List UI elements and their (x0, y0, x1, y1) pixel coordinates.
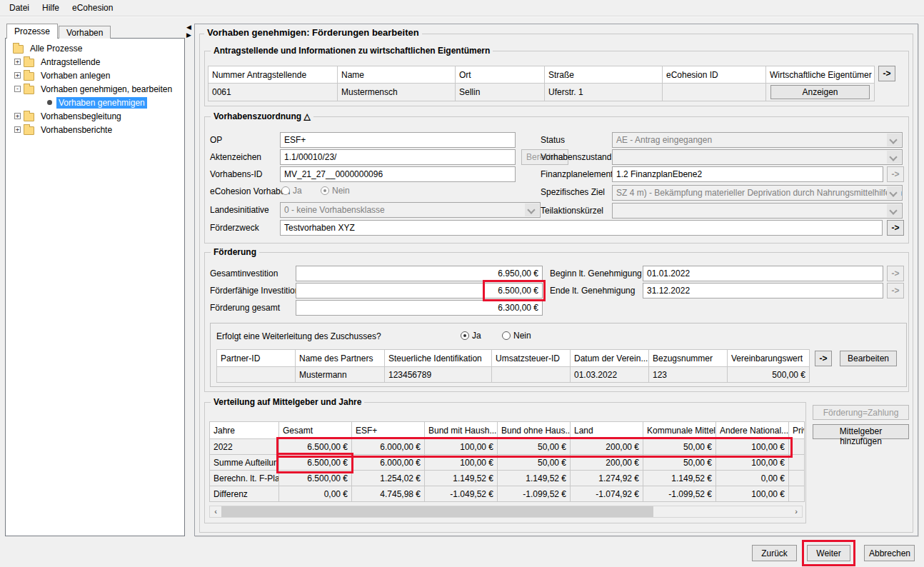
col-kommunal: Kommunale Mittel (643, 422, 716, 439)
collapse-icon[interactable]: - (14, 86, 21, 92)
tree-root[interactable]: Alle Prozesse (6, 41, 184, 55)
expand-icon[interactable]: + (14, 72, 21, 79)
warning-triangle-icon: △ (303, 111, 310, 121)
partner-detail-arrow-button[interactable]: -> (815, 351, 832, 366)
verteilung-row-2022[interactable]: 2022 6.500,00 € 6.000,00 € 100,00 € 50,0… (210, 439, 805, 455)
tree-item-label: Antragstellende (39, 56, 102, 68)
vorhabens-id-label: Vorhabens-ID (210, 169, 262, 179)
partner-data-row[interactable]: Mustermann 123456789 01.03.2022 123 500,… (217, 367, 810, 383)
sidebar: Prozesse Vorhaben Alle Prozesse + Antrag… (5, 24, 185, 536)
cell-value: -1.099,52 € (498, 486, 571, 502)
col-esf: ESF+ (352, 422, 425, 439)
col-eigentuemer: Wirtschaftliche Eigentümer (766, 66, 875, 84)
verteilung-table: Jahre Gesamt ESF+ Bund mit Haush... Bund… (209, 421, 805, 502)
bullet-icon (47, 100, 52, 105)
cell-value[interactable]: 100,00 € (716, 439, 789, 455)
tree-item-label-selected: Vorhaben genehmigen (56, 97, 147, 109)
tab-prozesse[interactable]: Prozesse (6, 24, 58, 39)
cell-value: 0,00 € (279, 486, 352, 502)
col-steuer-id: Steuerliche Identifikation (385, 350, 492, 367)
cell-value[interactable]: 200,00 € (571, 439, 643, 455)
vorhabens-id-field[interactable]: MV_21_27__0000000096 (280, 166, 516, 182)
scroll-left-icon[interactable]: ‹ (210, 506, 221, 517)
weiterleitung-radio-nein[interactable]: Nein (502, 331, 531, 341)
tree-item-vorhaben-genehmigen[interactable]: Vorhaben genehmigen (6, 96, 184, 109)
menu-ecohesion[interactable]: eCohesion (66, 1, 119, 15)
weiterleitung-question: Erfolgt eine Weiterleitung des Zuschusse… (216, 331, 381, 341)
splitter-collapse-icons[interactable]: ◀ ▶ (186, 24, 191, 39)
finanzplanelement-arrow-button: -> (887, 166, 904, 182)
verteilung-row-summe: Summe Aufteilung 6.500,00 € 6.000,00 € 1… (210, 455, 805, 471)
sidebar-splitter[interactable]: ◀ ▶ (186, 24, 194, 536)
chevron-down-icon (887, 204, 901, 217)
foerderzweck-field[interactable]: Testvorhaben XYZ (280, 220, 883, 236)
folder-icon (24, 72, 34, 81)
foerderzweck-arrow-button[interactable]: -> (887, 220, 904, 236)
cell-bezugsnummer: 123 (649, 367, 728, 383)
abbrechen-button[interactable]: Abbrechen (864, 545, 915, 561)
cell-value[interactable]: 100,00 € (425, 439, 498, 455)
cell-value: -1.099,52 € (643, 486, 716, 502)
applicants-data-row[interactable]: 0061 Mustermensch Sellin Uferstr. 1 Anze… (209, 84, 875, 101)
ende-field[interactable]: 31.12.2022 (643, 283, 883, 298)
tab-vorhaben[interactable]: Vorhaben (59, 26, 111, 39)
col-bund-ohne: Bund ohne Haus... (498, 422, 571, 439)
expand-icon[interactable]: + (14, 126, 21, 133)
expand-icon[interactable]: + (14, 59, 21, 65)
finanzplanelement-field[interactable]: 1.2 FinanzplanEbene2 (612, 166, 883, 182)
gesamtinvestition-label: Gesamtinvestition (210, 269, 278, 279)
radio-checked-icon (321, 186, 329, 195)
foerderfaehige-investition-field[interactable]: 6.500,00 € (296, 283, 543, 298)
partner-edit-button[interactable]: Bearbeiten (840, 351, 897, 366)
scroll-right-icon[interactable]: › (790, 506, 802, 517)
horizontal-scrollbar[interactable]: ‹ › (209, 506, 803, 518)
weiterleitung-radio-ja[interactable]: Ja (461, 331, 481, 341)
foerderung-groupbox: Förderung Gesamtinvestition 6.950,00 € F… (204, 252, 909, 392)
menu-hilfe[interactable]: Hilfe (36, 1, 66, 15)
mittelgeber-hinzufuegen-button[interactable]: Mittelgeber hinzufügen (813, 424, 909, 439)
weiterleitung-panel: Erfolgt eine Weiterleitung des Zuschusse… (210, 323, 907, 387)
tree-item-vorhaben-genehmigen-bearbeiten[interactable]: - Vorhaben genehmigen, bearbeiten (6, 82, 184, 96)
tree-item-antragstellende[interactable]: + Antragstellende (6, 55, 184, 69)
ecohesion-radio-ja: Ja (281, 186, 302, 196)
tree-item-label: Vorhaben anlegen (39, 70, 112, 81)
collapse-right-icon[interactable]: ▶ (186, 31, 191, 39)
collapse-left-icon[interactable]: ◀ (186, 24, 191, 31)
cell-value[interactable]: 6.500,00 € (279, 439, 352, 455)
applicants-detail-arrow-button[interactable]: -> (878, 66, 895, 81)
show-owners-button[interactable]: Anzeigen (770, 85, 870, 99)
main-panel: Vorhaben genehmigen: Förderungen bearbei… (194, 24, 918, 536)
menu-datei[interactable]: Datei (3, 1, 36, 15)
zurueck-button[interactable]: Zurück (752, 545, 797, 561)
gesamtinvestition-field[interactable]: 6.950,00 € (296, 266, 543, 281)
cell-ust-id (492, 367, 571, 383)
col-ecohesion-id: eCohesion ID (663, 66, 766, 84)
beginn-field[interactable]: 01.01.2022 (643, 266, 883, 281)
tree-item-vorhabensberichte[interactable]: + Vorhabensberichte (6, 123, 184, 136)
weiter-button[interactable]: Weiter (807, 545, 850, 561)
cell-vereinbarungswert: 500,00 € (728, 367, 810, 383)
scrollbar-thumb[interactable] (221, 506, 653, 517)
scrollbar-track[interactable] (653, 506, 790, 517)
beginn-arrow-button: -> (887, 266, 904, 281)
spezifisches-ziel-select: SZ 4 m) - Bekämpfung materieller Depriva… (612, 185, 903, 201)
tree-item-vorhabensbegleitung[interactable]: + Vorhabensbegleitung (6, 109, 184, 123)
app-window: { "theme": { "highlight": "#e8112d", "se… (0, 0, 924, 567)
foerderung-gesamt-field[interactable]: 6.300,00 € (296, 300, 543, 316)
cell-partner-id (217, 367, 296, 383)
col-jahre: Jahre (210, 422, 279, 439)
cell-value[interactable]: 6.000,00 € (352, 439, 425, 455)
expand-icon[interactable]: + (14, 113, 21, 119)
aktenzeichen-field[interactable]: 1.1/00010/23/ (280, 149, 516, 165)
cell-value: 1.149,52 € (643, 471, 716, 486)
radio-unchecked-icon[interactable] (502, 331, 511, 340)
row-label: Berechn. lt. F-Plan (210, 471, 279, 486)
cell-nummer: 0061 (209, 84, 338, 101)
op-field[interactable]: ESF+ (280, 132, 516, 148)
cell-value[interactable]: 50,00 € (498, 439, 571, 455)
radio-checked-icon[interactable] (461, 331, 469, 340)
tree-item-vorhaben-anlegen[interactable]: + Vorhaben anlegen (6, 69, 184, 82)
cell-value[interactable]: 50,00 € (643, 439, 716, 455)
cell-value: 1.254,02 € (352, 471, 425, 486)
tree-item-label: Vorhabensberichte (39, 124, 114, 136)
